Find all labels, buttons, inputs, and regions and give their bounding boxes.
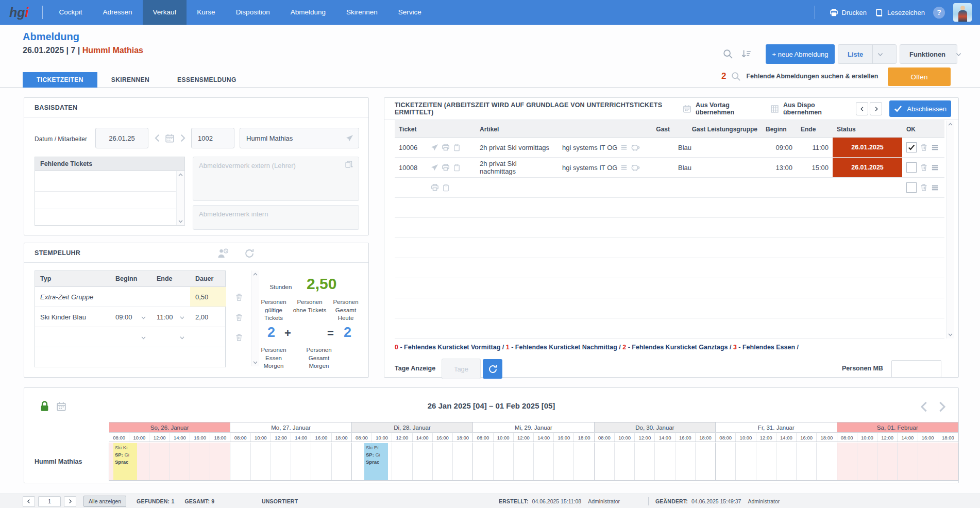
calendar-cell[interactable] (291, 443, 311, 480)
delete-stempel-row[interactable] (230, 307, 248, 327)
app-logo[interactable]: hgi (0, 5, 36, 20)
calendar-cell[interactable] (756, 443, 776, 480)
calendar-cell[interactable] (210, 443, 230, 480)
calendar-cell[interactable] (595, 443, 615, 480)
stempeluhr-ende[interactable] (151, 287, 190, 307)
tab-essensmeldung[interactable]: ESSENSMELDUNG (163, 72, 250, 88)
copy-note-icon[interactable] (345, 160, 353, 168)
stempeluhr-ende[interactable]: 11:00 (151, 307, 190, 327)
calendar-cell[interactable] (433, 443, 453, 480)
note-intern-textarea[interactable] (193, 205, 359, 230)
send-icon[interactable] (346, 134, 353, 142)
calendar-event[interactable]: Ski ErSP: GiSprac (364, 443, 388, 480)
print-ticket-icon[interactable] (442, 163, 450, 172)
calendar-cell[interactable] (857, 443, 877, 480)
stempeluhr-ende[interactable] (151, 327, 190, 347)
piggybank-icon[interactable] (631, 163, 640, 172)
nav-item-skirennen[interactable]: Skirennen (336, 0, 388, 25)
nav-item-disposition[interactable]: Disposition (226, 0, 280, 25)
send-ticket-icon[interactable] (431, 164, 438, 172)
prev-day-icon[interactable] (153, 133, 162, 143)
page-next-button[interactable] (64, 496, 76, 507)
send-ticket-icon[interactable] (431, 144, 438, 151)
scroll-up-icon[interactable] (178, 172, 183, 178)
ticket-menu-icon[interactable] (931, 184, 939, 192)
next-day-icon[interactable] (178, 133, 187, 143)
delete-ticket-icon[interactable] (920, 163, 928, 172)
calendar-cell[interactable] (392, 443, 412, 480)
trash-icon[interactable] (235, 293, 243, 301)
next-page-button[interactable] (870, 102, 882, 115)
calendar-cell[interactable] (898, 443, 918, 480)
calendar-cell[interactable] (251, 443, 271, 480)
stempeluhr-ende[interactable] (151, 347, 190, 367)
dropdown-icon[interactable] (179, 315, 185, 320)
new-abmeldung-button[interactable]: + neue Abmeldung (766, 44, 835, 64)
delete-ticket-icon[interactable] (920, 183, 928, 192)
nav-item-adressen[interactable]: Adressen (93, 0, 143, 25)
sort-icon[interactable] (741, 49, 751, 59)
stempeluhr-dauer[interactable] (190, 327, 226, 347)
calendar-cell[interactable] (918, 443, 938, 480)
delete-stempel-row[interactable] (230, 327, 248, 347)
nav-item-service[interactable]: Service (388, 0, 432, 25)
user-avatar[interactable] (953, 3, 972, 22)
ticket-menu-icon[interactable] (931, 144, 939, 151)
calendar-cell[interactable] (938, 443, 958, 480)
calendar-cell[interactable] (170, 443, 190, 480)
nav-item-kurse[interactable]: Kurse (187, 0, 225, 25)
personen-mb-input[interactable] (891, 360, 941, 378)
calendar-cell[interactable] (311, 443, 331, 480)
calendar-cell[interactable] (776, 443, 797, 480)
calendar-cell[interactable] (716, 443, 736, 480)
piggybank-icon[interactable] (631, 143, 640, 152)
ticket-table-scrollbar[interactable] (946, 121, 954, 338)
tab-ticketzeiten[interactable]: TICKETZEITEN (23, 72, 97, 88)
help-button[interactable]: ? (933, 7, 945, 19)
print-ticket-icon[interactable] (431, 183, 439, 192)
scroll-down-icon[interactable] (178, 218, 183, 224)
calendar-cell[interactable] (797, 443, 817, 480)
calendar-cell[interactable] (736, 443, 756, 480)
ok-checkbox[interactable] (906, 142, 917, 153)
calendar-cell[interactable] (696, 443, 716, 480)
aus-dispo-button[interactable]: Aus Dispo übernehmen (770, 101, 849, 116)
calendar-cell[interactable] (494, 443, 514, 480)
calendar-cell[interactable] (877, 443, 898, 480)
page-number-input[interactable] (38, 496, 61, 507)
tab-skirennen[interactable]: SKIRENNEN (97, 72, 163, 88)
calendar-cell[interactable] (837, 443, 857, 480)
nav-item-verkauf[interactable]: Verkauf (143, 0, 187, 25)
calendar-event[interactable]: Ski KiSP: GiSprac (113, 443, 137, 480)
calendar-cell[interactable] (453, 443, 473, 480)
liste-dropdown-icon[interactable] (872, 45, 888, 63)
search-icon[interactable] (723, 49, 733, 59)
stempeluhr-beginn[interactable] (110, 347, 151, 367)
gast-details-icon[interactable] (620, 144, 628, 151)
liste-button[interactable]: Liste (838, 44, 897, 64)
calendar-cell[interactable] (332, 443, 352, 480)
stempeluhr-beginn[interactable]: 09:00 (110, 307, 151, 327)
stempeluhr-beginn[interactable] (110, 287, 151, 307)
page-prev-button[interactable] (23, 496, 35, 507)
scroll-up-icon[interactable] (252, 272, 258, 277)
delete-stempel-row[interactable] (230, 287, 248, 307)
calendar-cell[interactable] (534, 443, 554, 480)
missing-tickets-scrollbar[interactable] (176, 171, 184, 225)
ticket-row[interactable]: 10006 2h privat Ski vormittags hgi syste… (395, 138, 944, 158)
prev-page-button[interactable] (856, 102, 868, 115)
calendar-cell[interactable] (190, 443, 210, 480)
calendar-cell[interactable] (271, 443, 291, 480)
missing-label[interactable]: Fehlende Abmeldungen suchen & erstellen (746, 73, 878, 80)
calendar-cell[interactable] (413, 443, 433, 480)
employee-id-field[interactable]: 1002 (191, 128, 234, 148)
clipboard-icon[interactable] (442, 184, 450, 192)
ok-checkbox[interactable] (906, 182, 917, 193)
gast-details-icon[interactable] (620, 164, 628, 171)
calendar-cell[interactable] (655, 443, 675, 480)
offen-status-button[interactable]: Offen (888, 67, 951, 86)
calendar-cell[interactable] (149, 443, 170, 480)
employee-name-field[interactable]: Humml Mathias (240, 128, 359, 148)
ticket-row[interactable]: 10008 2h privat Ski nachmittags hgi syst… (395, 158, 944, 178)
calendar-cell[interactable] (514, 443, 534, 480)
